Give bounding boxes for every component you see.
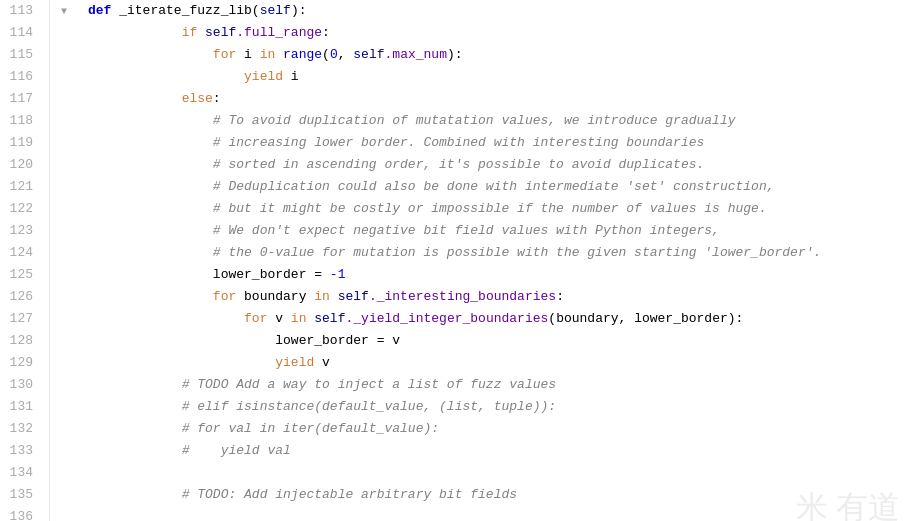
code-line: # sorted in ascending order, it's possib… xyxy=(88,154,910,176)
collapse-button[interactable]: ▼ xyxy=(58,6,70,18)
collapse-row xyxy=(50,440,80,462)
token-punct: (boundary, lower_border): xyxy=(548,308,743,330)
token-comment: # increasing lower border. Combined with… xyxy=(213,132,704,154)
collapse-row xyxy=(50,88,80,110)
line-number: 118 xyxy=(0,110,39,132)
line-number: 115 xyxy=(0,44,39,66)
line-number: 130 xyxy=(0,374,39,396)
token-kw-yield: yield xyxy=(275,352,322,374)
code-line: if self.full_range: xyxy=(88,22,910,44)
token-attr: .full_range xyxy=(236,22,322,44)
line-number: 128 xyxy=(0,330,39,352)
line-number: 135 xyxy=(0,484,39,506)
line-number: 134 xyxy=(0,462,39,484)
indent xyxy=(88,330,275,352)
token-kw-self: self xyxy=(353,44,384,66)
token-builtin: range xyxy=(283,44,322,66)
code-line: yield v xyxy=(88,352,910,374)
indent xyxy=(88,396,182,418)
token-kw-self: self xyxy=(205,22,236,44)
line-number-gutter: 1131141151161171181191201211221231241251… xyxy=(0,0,50,521)
code-content: def _iterate_fuzz_lib(self): if self.ful… xyxy=(80,0,910,521)
line-number: 121 xyxy=(0,176,39,198)
token-punct: ): xyxy=(447,44,463,66)
collapse-row xyxy=(50,242,80,264)
token-number: -1 xyxy=(330,264,346,286)
code-line: def _iterate_fuzz_lib(self): xyxy=(88,0,910,22)
code-line: for v in self._yield_integer_boundaries(… xyxy=(88,308,910,330)
indent xyxy=(88,44,213,66)
collapse-row xyxy=(50,22,80,44)
token-kw-self: self xyxy=(260,0,291,22)
token-kw-self: self xyxy=(314,308,345,330)
collapse-row xyxy=(50,110,80,132)
token-comment: # the 0-value for mutation is possible w… xyxy=(213,242,822,264)
token-fn-name: _iterate_fuzz_lib xyxy=(119,0,252,22)
token-comment: # We don't expect negative bit field val… xyxy=(213,220,720,242)
indent xyxy=(88,22,182,44)
indent xyxy=(88,154,213,176)
indent xyxy=(88,484,182,506)
code-line: # To avoid duplication of mutatation val… xyxy=(88,110,910,132)
token-text-normal: lower_border = v xyxy=(275,330,400,352)
line-number: 120 xyxy=(0,154,39,176)
line-number: 126 xyxy=(0,286,39,308)
code-line: # yield val xyxy=(88,440,910,462)
token-kw-else: else xyxy=(182,88,213,110)
code-editor: 1131141151161171181191201211221231241251… xyxy=(0,0,910,521)
code-line: # for val in iter(default_value): xyxy=(88,418,910,440)
collapse-row xyxy=(50,132,80,154)
token-text-normal: i xyxy=(244,44,260,66)
line-number: 124 xyxy=(0,242,39,264)
token-punct: : xyxy=(322,22,330,44)
code-line: for i in range(0, self.max_num): xyxy=(88,44,910,66)
collapse-row xyxy=(50,198,80,220)
collapse-row xyxy=(50,154,80,176)
collapse-row xyxy=(50,176,80,198)
line-number: 127 xyxy=(0,308,39,330)
token-text-normal: i xyxy=(291,66,299,88)
collapse-row: ▼ xyxy=(50,0,80,22)
token-attr: ._interesting_boundaries xyxy=(369,286,556,308)
indent xyxy=(88,198,213,220)
collapse-row xyxy=(50,462,80,484)
token-attr: ._yield_integer_boundaries xyxy=(345,308,548,330)
indent xyxy=(88,418,182,440)
code-line: # elif isinstance(default_value, (list, … xyxy=(88,396,910,418)
token-kw-in: in xyxy=(260,44,283,66)
indent xyxy=(88,242,213,264)
indent xyxy=(88,286,213,308)
line-number: 122 xyxy=(0,198,39,220)
token-number: 0 xyxy=(330,44,338,66)
indent xyxy=(88,132,213,154)
token-punct: : xyxy=(213,88,221,110)
indent xyxy=(88,308,244,330)
token-kw-for: for xyxy=(213,286,244,308)
token-comment: # TODO Add a way to inject a list of fuz… xyxy=(182,374,556,396)
token-kw-yield: yield xyxy=(244,66,291,88)
code-line: lower_border = v xyxy=(88,330,910,352)
line-number: 117 xyxy=(0,88,39,110)
line-number: 125 xyxy=(0,264,39,286)
code-line: # We don't expect negative bit field val… xyxy=(88,220,910,242)
collapse-row xyxy=(50,66,80,88)
collapse-row xyxy=(50,264,80,286)
token-comment: # To avoid duplication of mutatation val… xyxy=(213,110,736,132)
indent xyxy=(88,110,213,132)
token-kw-self: self xyxy=(338,286,369,308)
code-line: # TODO Add a way to inject a list of fuz… xyxy=(88,374,910,396)
collapse-row xyxy=(50,308,80,330)
token-text-normal: v xyxy=(322,352,330,374)
token-comment: # TODO: Add injectable arbitrary bit fie… xyxy=(182,484,517,506)
token-punct: , xyxy=(338,44,354,66)
code-line: # increasing lower border. Combined with… xyxy=(88,132,910,154)
token-text-normal: v xyxy=(275,308,291,330)
token-comment: # but it might be costly or impossible i… xyxy=(213,198,767,220)
token-kw-in: in xyxy=(314,286,337,308)
line-number: 116 xyxy=(0,66,39,88)
token-text-normal: lower_border = xyxy=(213,264,330,286)
code-line: for boundary in self._interesting_bounda… xyxy=(88,286,910,308)
code-line: # TODO: Add injectable arbitrary bit fie… xyxy=(88,484,910,506)
collapse-row xyxy=(50,506,80,521)
indent xyxy=(88,374,182,396)
